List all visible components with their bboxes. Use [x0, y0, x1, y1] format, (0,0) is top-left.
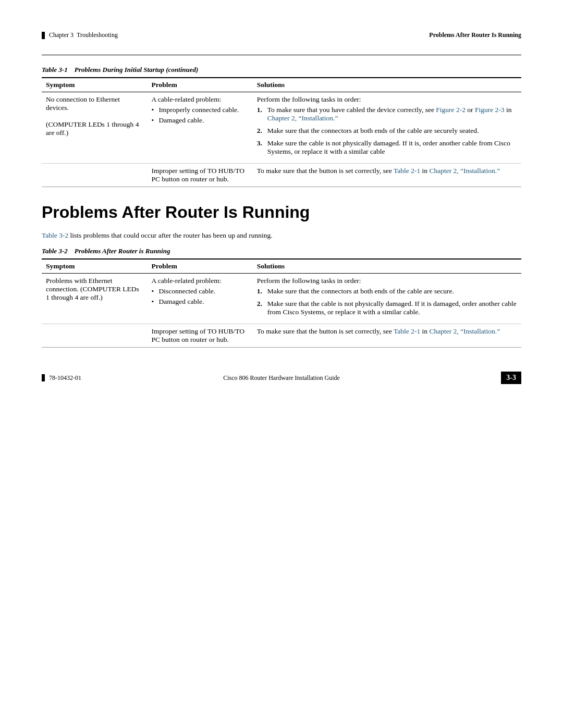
table2-header-row: Symptom Problem Solutions — [42, 259, 521, 274]
page-header: Chapter 3 Troubleshooting Problems After… — [42, 31, 521, 39]
list-item: Improperly connected cable. — [151, 106, 248, 114]
footer-page-number: 3-3 — [501, 372, 521, 384]
table2-col-problem: Problem — [147, 259, 252, 274]
section-heading: Problems After Router Is Running — [42, 203, 521, 222]
table1-row2-symptom — [42, 164, 147, 187]
table1-caption: Table 3-1 Problems During Initial Startu… — [42, 66, 521, 74]
list-item: Damaged cable. — [151, 298, 248, 306]
list-item: 3. Make sure the cable is not physically… — [257, 139, 517, 156]
header-right-label: Problems After Router Is Running — [429, 31, 521, 39]
footer-bar-icon — [42, 374, 45, 381]
list-item: 2. Make sure that the cable is not physi… — [257, 300, 517, 316]
header-rule — [42, 55, 521, 55]
header-chapter: Chapter 3 — [49, 31, 74, 39]
chapter-2-install-link2[interactable]: Chapter 2, “Installation.” — [429, 327, 500, 335]
table2-row1-problem: A cable-related problem: Disconnected ca… — [147, 274, 252, 324]
table1-row2-problem: Improper setting of TO HUB/TO PC button … — [147, 164, 252, 187]
table2-caption: Table 3-2 Problems After Router is Runni… — [42, 247, 521, 255]
figure-2-3-link[interactable]: Figure 2-3 — [475, 106, 505, 114]
footer-left: 78-10432-01 — [42, 374, 81, 382]
chapter-2-link[interactable]: Chapter 2, “Installation.” — [267, 114, 338, 122]
table2-row1-solutions: Perform the following tasks in order: 1.… — [253, 274, 521, 324]
table1-caption-title: Problems During Initial Startup (continu… — [75, 66, 199, 73]
list-item: Damaged cable. — [151, 116, 248, 125]
table2-row2-problem: Improper setting of TO HUB/TO PC button … — [147, 324, 252, 348]
table-row: Improper setting of TO HUB/TO PC button … — [42, 324, 521, 348]
list-item: Disconnected cable. — [151, 287, 248, 295]
list-item: 1. Make sure that the connectors at both… — [257, 287, 517, 295]
header-chapter-label: Troubleshooting — [77, 31, 118, 39]
page: Chapter 3 Troubleshooting Problems After… — [0, 0, 563, 405]
table-row: Improper setting of TO HUB/TO PC button … — [42, 164, 521, 187]
table-2-1-link2[interactable]: Table 2-1 — [394, 327, 420, 335]
chapter-2-install-link[interactable]: Chapter 2, “Installation.” — [429, 167, 500, 175]
table-2-1-link[interactable]: Table 2-1 — [394, 167, 420, 175]
table2-row2-solutions: To make sure that the button is set corr… — [253, 324, 521, 348]
table-3-2-link[interactable]: Table 3-2 — [42, 231, 68, 239]
table2-caption-title: Problems After Router is Running — [75, 247, 170, 255]
footer-center-text: Cisco 806 Router Hardware Installation G… — [223, 374, 340, 382]
table1-row1-problem-list: Improperly connected cable. Damaged cabl… — [151, 106, 248, 125]
table1-col-solutions: Solutions — [253, 78, 521, 92]
table2-col-symptom: Symptom — [42, 259, 147, 274]
table1-row1-symptom: No connection to Ethernet devices. (COMP… — [42, 92, 147, 164]
table1-row1-problem: A cable-related problem: Improperly conn… — [147, 92, 252, 164]
table2: Symptom Problem Solutions Problems with … — [42, 258, 521, 348]
table1-col-problem: Problem — [147, 78, 252, 92]
table2-row2-symptom — [42, 324, 147, 348]
list-item: 1. To make sure that you have cabled the… — [257, 106, 517, 122]
table-row: Problems with Ethernet connection. (COMP… — [42, 274, 521, 324]
table1-caption-number: Table 3-1 — [42, 66, 68, 73]
header-bar-icon — [42, 32, 45, 39]
footer-doc-number: 78-10432-01 — [49, 374, 81, 382]
table1: Symptom Problem Solutions No connection … — [42, 77, 521, 187]
intro-text: Table 3-2 lists problems that could occu… — [42, 231, 521, 240]
figure-2-2-link[interactable]: Figure 2-2 — [436, 106, 466, 114]
table2-caption-number: Table 3-2 — [42, 247, 68, 255]
table1-row1-solutions-list: 1. To make sure that you have cabled the… — [257, 106, 517, 156]
table2-col-solutions: Solutions — [253, 259, 521, 274]
table1-col-symptom: Symptom — [42, 78, 147, 92]
table2-row1-solutions-list: 1. Make sure that the connectors at both… — [257, 287, 517, 316]
table-row: No connection to Ethernet devices. (COMP… — [42, 92, 521, 164]
header-left: Chapter 3 Troubleshooting — [42, 31, 118, 39]
list-item: 2. Make sure that the connectors at both… — [257, 127, 517, 135]
table1-header-row: Symptom Problem Solutions — [42, 78, 521, 92]
page-footer: 78-10432-01 Cisco 806 Router Hardware In… — [42, 372, 521, 384]
table1-row2-solutions: To make sure that the button is set corr… — [253, 164, 521, 187]
table2-row1-problem-list: Disconnected cable. Damaged cable. — [151, 287, 248, 306]
table2-row1-symptom: Problems with Ethernet connection. (COMP… — [42, 274, 147, 324]
table1-row1-solutions: Perform the following tasks in order: 1.… — [253, 92, 521, 164]
